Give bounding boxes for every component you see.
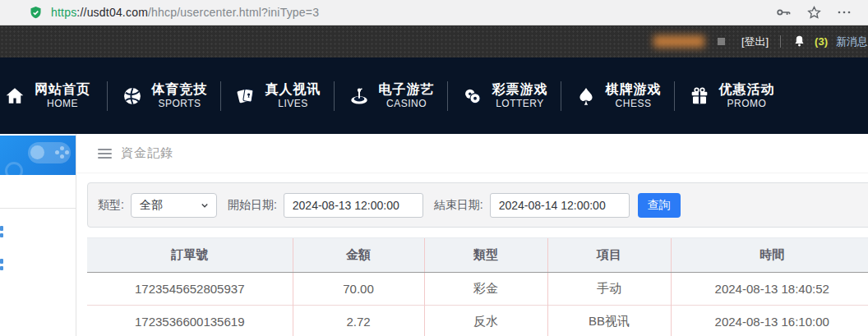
star-bookmark-icon[interactable] bbox=[806, 5, 822, 21]
url-path: /hhcp/usercenter.html?iniType=3 bbox=[148, 6, 319, 19]
column-header-time: 時間 bbox=[671, 238, 868, 273]
message-link[interactable]: 新消息 bbox=[836, 35, 868, 49]
start-date-input[interactable] bbox=[284, 193, 423, 218]
more-dots-icon[interactable] bbox=[837, 5, 852, 20]
gift-icon bbox=[688, 85, 711, 108]
nav-label-en: HOME bbox=[35, 98, 90, 110]
hamburger-menu-icon[interactable] bbox=[98, 149, 112, 159]
url-host: ://usdt04.com bbox=[76, 6, 148, 19]
main-nav: 网站首页 HOME 体育竞技 SPORTS bbox=[0, 58, 868, 134]
nav-label-en: CASINO bbox=[379, 98, 435, 110]
sidebar-link-fragment[interactable] bbox=[0, 226, 3, 231]
cell-time: 2024-08-13 18:40:52 bbox=[671, 273, 868, 306]
nav-label-zh: 电子游艺 bbox=[379, 81, 435, 98]
page-title: 資金記錄 bbox=[121, 145, 173, 161]
column-header-order: 訂單號 bbox=[87, 238, 293, 273]
start-date-label: 開始日期: bbox=[228, 198, 277, 213]
nav-item-chess[interactable]: 棋牌游戏 CHESS bbox=[561, 71, 674, 121]
type-filter-label: 類型: bbox=[98, 198, 124, 213]
nav-item-lottery[interactable]: 彩票游戏 LOTTERY bbox=[448, 71, 561, 121]
table-row: 1723545652805937 70.00 彩金 手动 2024-08-13 … bbox=[87, 273, 868, 306]
cell-item: BB视讯 bbox=[547, 306, 671, 336]
nav-label-zh: 彩票游戏 bbox=[492, 81, 548, 98]
topbar-divider bbox=[780, 35, 781, 48]
sports-ball-icon bbox=[121, 85, 144, 108]
sidebar-banner[interactable] bbox=[0, 136, 76, 175]
cell-item: 手动 bbox=[547, 273, 671, 306]
sidebar bbox=[0, 134, 76, 336]
page-title-bar: 資金記錄 bbox=[76, 134, 868, 173]
nav-item-lives[interactable]: 真人视讯 LIVES bbox=[221, 71, 334, 121]
cell-order-no: 1723545652805937 bbox=[87, 273, 293, 306]
nav-label-zh: 棋牌游戏 bbox=[606, 81, 662, 98]
browser-address-bar: https://usdt04.com/hhcp/usercenter.html?… bbox=[0, 0, 868, 25]
sidebar-link-fragment[interactable] bbox=[0, 233, 3, 237]
search-button[interactable]: 查詢 bbox=[638, 193, 681, 218]
column-header-type: 類型 bbox=[424, 238, 547, 273]
roulette-icon bbox=[348, 85, 371, 108]
table-header-row: 訂單號 金額 類型 項目 時間 bbox=[87, 238, 868, 273]
secure-shield-icon[interactable] bbox=[29, 6, 43, 20]
nav-item-home[interactable]: 网站首页 HOME bbox=[3, 71, 107, 121]
nav-label-zh: 体育竞技 bbox=[152, 81, 208, 98]
cell-time: 2024-08-13 16:10:00 bbox=[671, 306, 868, 336]
account-topbar: [登出] (3) 新消息 bbox=[0, 25, 868, 58]
cell-order-no: 1723536600135619 bbox=[87, 306, 293, 336]
logout-link[interactable]: [登出] bbox=[741, 35, 769, 49]
nav-label-en: CHESS bbox=[606, 98, 662, 110]
sidebar-divider bbox=[0, 208, 76, 209]
end-date-input[interactable] bbox=[490, 193, 630, 218]
filter-panel: 類型: 全部 開始日期: 結束日期: 查詢 bbox=[87, 182, 868, 228]
nav-item-casino[interactable]: 电子游艺 CASINO bbox=[335, 71, 447, 121]
type-select-value: 全部 bbox=[140, 198, 163, 213]
bell-notification-icon[interactable] bbox=[792, 35, 806, 48]
funds-record-table: 訂單號 金額 類型 項目 時間 1723545652805937 70.00 彩… bbox=[87, 237, 868, 336]
user-level-badge bbox=[718, 38, 725, 45]
nav-label-zh: 网站首页 bbox=[35, 81, 90, 98]
cell-amount: 2.72 bbox=[293, 306, 424, 336]
cell-type: 反水 bbox=[424, 306, 547, 336]
url-text[interactable]: https://usdt04.com/hhcp/usercenter.html?… bbox=[51, 6, 319, 19]
chevron-down-icon bbox=[200, 200, 210, 210]
column-header-item: 項目 bbox=[547, 238, 671, 273]
key-icon[interactable] bbox=[775, 4, 792, 21]
end-date-label: 結束日期: bbox=[434, 198, 483, 213]
nav-item-sports[interactable]: 体育竞技 SPORTS bbox=[108, 71, 220, 121]
message-count[interactable]: (3) bbox=[815, 35, 828, 48]
table-row: 1723536600135619 2.72 反水 BB视讯 2024-08-13… bbox=[87, 306, 868, 336]
main-content: 資金記錄 類型: 全部 開始日期: 結束日期: 查詢 bbox=[76, 134, 868, 336]
home-icon bbox=[3, 85, 26, 108]
nav-label-en: SPORTS bbox=[152, 98, 208, 110]
column-header-amount: 金額 bbox=[293, 238, 424, 273]
spade-icon bbox=[575, 85, 598, 108]
cell-type: 彩金 bbox=[424, 273, 547, 306]
playing-cards-icon bbox=[234, 85, 257, 108]
nav-label-en: PROMO bbox=[719, 98, 775, 110]
nav-label-zh: 优惠活动 bbox=[719, 81, 775, 98]
sidebar-link-fragment[interactable] bbox=[0, 266, 3, 270]
type-select[interactable]: 全部 bbox=[131, 193, 217, 218]
cell-amount: 70.00 bbox=[293, 273, 424, 306]
url-scheme: https bbox=[51, 6, 76, 19]
screen: https://usdt04.com/hhcp/usercenter.html?… bbox=[0, 0, 868, 336]
username-blurred bbox=[653, 35, 704, 48]
nav-label-en: LOTTERY bbox=[492, 98, 548, 110]
lottery-balls-icon bbox=[461, 85, 484, 108]
sidebar-link-fragment[interactable] bbox=[0, 259, 3, 264]
nav-label-en: LIVES bbox=[265, 98, 321, 110]
nav-item-promo[interactable]: 优惠活动 PROMO bbox=[675, 71, 787, 121]
nav-label-zh: 真人视讯 bbox=[265, 81, 321, 98]
